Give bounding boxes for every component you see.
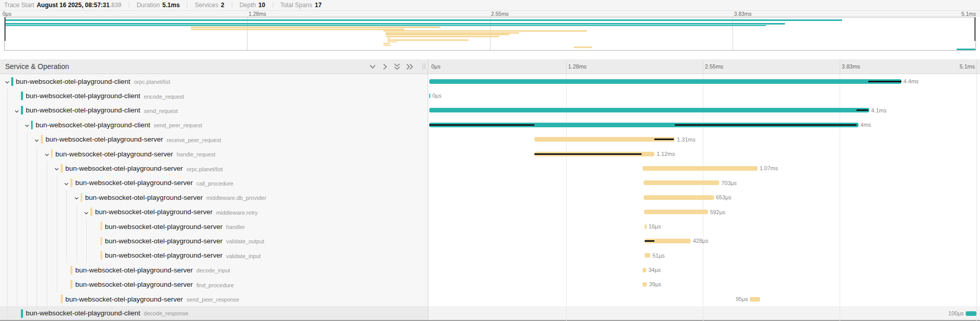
span-bar-cell[interactable]: 16μs xyxy=(428,219,980,234)
chevron-down-icon[interactable] xyxy=(14,107,20,113)
tree-indent-guide xyxy=(47,248,47,263)
span-name-cell[interactable]: bun-websocket-otel-playground-serverrece… xyxy=(0,132,428,147)
chevron-down-icon[interactable] xyxy=(44,151,50,157)
span-color-indicator xyxy=(70,178,72,187)
span-bar-cell[interactable]: 4.1ms xyxy=(428,103,980,118)
span-name-cell[interactable]: bun-websocket-otel-playground-clientorpc… xyxy=(0,74,428,88)
service-name: bun-websocket-otel-playground-server xyxy=(85,194,203,201)
tree-indent-guide xyxy=(17,132,17,147)
header-gridline xyxy=(840,59,840,74)
chevron-down-icon[interactable] xyxy=(4,78,10,84)
chevron-down-icon[interactable] xyxy=(63,180,69,186)
chevron-down-icon[interactable] xyxy=(83,209,89,215)
span-name-cell[interactable]: bun-websocket-otel-playground-serverdeco… xyxy=(0,263,428,277)
span-row: bun-websocket-otel-playground-serverfind… xyxy=(0,277,980,291)
span-name-cell[interactable]: bun-websocket-otel-playground-clientdeco… xyxy=(0,306,428,319)
service-name: bun-websocket-otel-playground-client xyxy=(36,121,150,129)
minimap-canvas[interactable] xyxy=(4,17,976,51)
chevron-down-icon[interactable] xyxy=(54,165,60,171)
span-name-cell[interactable]: bun-websocket-otel-playground-clientsend… xyxy=(0,103,428,118)
span-color-indicator xyxy=(70,266,72,274)
collapse-one-level-button[interactable] xyxy=(381,63,389,71)
span-bar-cell[interactable]: 1.12ms xyxy=(428,147,980,161)
span-bar[interactable] xyxy=(644,195,714,200)
span-bar-cell[interactable]: 592μs xyxy=(428,205,980,219)
span-bar-cell[interactable]: 0μs xyxy=(428,88,980,103)
minimap-span-bar xyxy=(5,19,842,21)
span-name-cell[interactable]: bun-websocket-otel-playground-serverhand… xyxy=(0,219,428,234)
trace-start-value: August 16 2025, 08:57:31 xyxy=(37,2,110,9)
span-name-cell[interactable]: bun-websocket-otel-playground-serversend… xyxy=(0,292,428,306)
span-duration-label: 1.07ms xyxy=(760,161,778,175)
span-bar[interactable] xyxy=(429,94,430,98)
minimap-left-drag-handle[interactable] xyxy=(4,17,6,41)
chevron-down-icon xyxy=(369,63,377,71)
span-bar[interactable] xyxy=(429,79,901,84)
span-bar-cell[interactable]: 34μs xyxy=(428,263,980,277)
total-spans-label: Total Spans xyxy=(280,2,312,9)
tree-indent-guide xyxy=(17,190,17,204)
span-bar-cell[interactable]: 95μs xyxy=(428,292,980,306)
tree-indent-guide xyxy=(7,234,8,248)
service-name: bun-websocket-otel-playground-server xyxy=(45,135,163,143)
span-name-cell[interactable]: bun-websocket-otel-playground-serverhand… xyxy=(0,147,428,161)
service-name: bun-websocket-otel-playground-client xyxy=(26,106,140,114)
span-bar[interactable] xyxy=(534,137,675,142)
span-bar[interactable] xyxy=(644,210,707,214)
chevron-down-icon[interactable] xyxy=(74,194,80,200)
tree-indent-guide xyxy=(47,277,47,291)
span-name-cell[interactable]: bun-websocket-otel-playground-servermidd… xyxy=(0,205,428,219)
tree-indent-guide xyxy=(27,176,28,190)
minimap-span-bar xyxy=(191,29,404,30)
minimap-span-bar xyxy=(5,23,785,25)
tree-indent-guide xyxy=(37,161,37,175)
collapse-all-button[interactable] xyxy=(405,63,413,71)
span-bar-cell[interactable]: 4ms xyxy=(428,118,980,132)
minimap-tick-labels: 0μs 1.28ms 2.55ms 3.83ms 5.1ms xyxy=(0,11,980,17)
span-name-cell[interactable]: bun-websocket-otel-playground-clientsend… xyxy=(0,118,428,132)
span-bar[interactable] xyxy=(643,166,757,171)
span-bar[interactable] xyxy=(966,311,976,316)
span-bar-cell[interactable]: 428μs xyxy=(428,234,980,248)
span-bar[interactable] xyxy=(644,180,719,185)
span-bar-cell[interactable]: 1.07ms xyxy=(428,161,980,175)
operation-name: middleware.db_provider xyxy=(206,194,266,201)
span-name-cell[interactable]: bun-websocket-otel-playground-serverfind… xyxy=(0,277,428,291)
span-bar[interactable] xyxy=(645,224,646,229)
span-bar[interactable] xyxy=(643,282,647,287)
span-name-cell[interactable]: bun-websocket-otel-playground-servervali… xyxy=(0,234,428,248)
tree-indent-guide xyxy=(37,292,37,306)
span-bar-cell[interactable]: 39μs xyxy=(428,277,980,291)
tree-indent-guide xyxy=(57,248,57,263)
expand-all-button[interactable] xyxy=(393,63,401,71)
tree-indent-guide xyxy=(7,190,8,204)
chevron-down-icon[interactable] xyxy=(34,136,40,143)
span-name-cell[interactable]: bun-websocket-otel-playground-servermidd… xyxy=(0,190,428,204)
trace-summary-bar: Trace StartAugust 16 2025, 08:57:31.839 … xyxy=(0,0,980,11)
span-name-cell[interactable]: bun-websocket-otel-playground-servercall… xyxy=(0,176,428,190)
span-bar-cell[interactable]: 51μs xyxy=(428,248,980,263)
span-bar[interactable] xyxy=(429,108,869,112)
minimap-right-drag-handle[interactable] xyxy=(974,17,976,41)
timeline-tick: 0μs xyxy=(431,59,440,74)
span-bar-cell[interactable]: 653μs xyxy=(428,190,980,204)
services-label: Services xyxy=(195,2,218,9)
span-bar[interactable] xyxy=(750,297,760,302)
span-name-cell[interactable]: bun-websocket-otel-playground-serverorpc… xyxy=(0,161,428,175)
timeline-tick: 1.28ms xyxy=(568,59,586,74)
timeline-tick: 5.1ms xyxy=(960,59,975,74)
span-bar[interactable] xyxy=(645,253,650,258)
chevron-down-icon[interactable] xyxy=(24,122,30,128)
span-color-indicator xyxy=(41,135,43,144)
span-name-cell[interactable]: bun-websocket-otel-playground-clientenco… xyxy=(0,88,428,103)
timeline-tick: 2.55ms xyxy=(705,59,723,74)
span-bar-cell[interactable]: 703μs xyxy=(428,176,980,190)
tree-indent-guide xyxy=(7,147,8,161)
span-name-cell[interactable]: bun-websocket-otel-playground-servervali… xyxy=(0,248,428,263)
span-bar-cell[interactable]: 1.31ms xyxy=(428,132,980,147)
span-bar[interactable] xyxy=(643,268,646,272)
span-bar-cell[interactable]: 100μs xyxy=(428,306,980,319)
expand-one-level-button[interactable] xyxy=(369,63,377,71)
span-color-indicator xyxy=(70,280,72,289)
span-bar-cell[interactable]: 4.4ms xyxy=(428,74,980,88)
